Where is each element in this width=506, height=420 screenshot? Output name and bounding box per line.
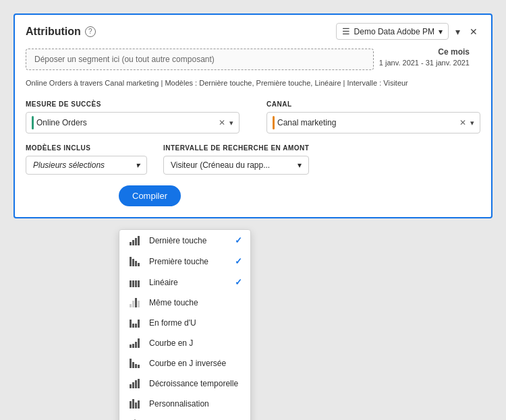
- success-clear-icon[interactable]: ✕: [217, 118, 227, 127]
- svg-rect-6: [135, 261, 137, 266]
- derniere-icon: [128, 236, 142, 245]
- dropdown-item-jinv[interactable]: Courbe en J inversée: [119, 353, 250, 373]
- description-bar: Online Orders à travers Canal marketing …: [15, 75, 491, 94]
- dropdown-item-algo[interactable]: Algorithmique: [119, 414, 250, 420]
- canal-chevron-icon[interactable]: ▾: [470, 119, 474, 127]
- canal-group: CANAL Canal marketing ✕ ▾: [266, 100, 480, 133]
- svg-rect-4: [130, 257, 132, 266]
- custom-label: Personnalisation: [149, 399, 242, 409]
- title-group: Attribution ?: [26, 26, 96, 38]
- form-section-1: MESURE DE SUCCÈS Online Orders ✕ ▾ CANAL…: [15, 94, 491, 133]
- dropdown-item-j[interactable]: Courbe en J: [119, 333, 250, 353]
- svg-rect-34: [135, 402, 137, 409]
- date-range: 1 janv. 2021 - 31 janv. 2021: [379, 58, 470, 68]
- segment-placeholder: Déposer un segment ici (ou tout autre co…: [34, 55, 215, 64]
- models-group: MODÈLES INCLUS Plusieurs sélections ▾: [26, 144, 147, 175]
- jinv-icon: [128, 359, 142, 368]
- svg-rect-25: [132, 362, 134, 368]
- models-dropdown[interactable]: Plusieurs sélections ▾: [26, 156, 147, 175]
- compile-button[interactable]: Compiler: [119, 185, 181, 206]
- svg-rect-5: [132, 259, 134, 266]
- models-dropdown-menu: Dernière touche ✓ Première touche ✓: [119, 229, 251, 420]
- svg-rect-24: [130, 359, 132, 368]
- svg-rect-3: [138, 236, 140, 245]
- panel-title: Attribution: [26, 26, 81, 38]
- svg-rect-1: [132, 240, 134, 245]
- svg-rect-26: [135, 364, 137, 368]
- svg-rect-17: [132, 324, 134, 328]
- svg-rect-18: [135, 324, 137, 328]
- segment-drop-area[interactable]: Déposer un segment ici (ou tout autre co…: [26, 49, 374, 70]
- dropdown-item-u[interactable]: En forme d'U: [119, 313, 250, 333]
- svg-rect-2: [135, 238, 137, 245]
- attribution-panel: Attribution ? ☰ Demo Data Adobe PM ▾ ▾ ✕…: [13, 13, 493, 218]
- interval-dropdown[interactable]: Visiteur (Créneau du rapp... ▾: [163, 156, 309, 175]
- svg-rect-12: [130, 304, 132, 307]
- svg-rect-16: [130, 320, 132, 328]
- svg-rect-30: [135, 380, 137, 388]
- svg-rect-22: [135, 342, 137, 348]
- j-label: Courbe en J: [149, 338, 242, 348]
- j-icon: [128, 338, 142, 348]
- segment-date-row: Déposer un segment ici (ou tout autre co…: [15, 47, 491, 75]
- chevron-down-icon: ▾: [439, 27, 443, 36]
- svg-rect-32: [130, 401, 132, 409]
- svg-rect-11: [138, 280, 140, 287]
- date-label: Ce mois: [379, 47, 470, 58]
- premiere-icon: [128, 257, 142, 266]
- svg-rect-23: [138, 338, 140, 348]
- svg-rect-33: [132, 399, 134, 409]
- dropdown-item-lineaire[interactable]: Linéaire ✓: [119, 272, 250, 293]
- canal-label: CANAL: [266, 100, 480, 108]
- interval-group: INTERVALLE DE RECHERCHE EN AMONT Visiteu…: [163, 144, 309, 175]
- interval-chevron-icon: ▾: [298, 160, 302, 170]
- premiere-check: ✓: [235, 256, 242, 266]
- panel-controls: ☰ Demo Data Adobe PM ▾ ▾ ✕: [336, 23, 480, 40]
- interval-value: Visiteur (Créneau du rapp...: [171, 160, 270, 170]
- svg-rect-35: [138, 400, 140, 409]
- dropdown-item-decay[interactable]: Décroissance temporelle: [119, 373, 250, 394]
- help-icon[interactable]: ?: [85, 26, 96, 37]
- dropdown-item-premiere[interactable]: Première touche ✓: [119, 251, 250, 272]
- data-source-label: Demo Data Adobe PM: [354, 27, 434, 36]
- database-icon: ☰: [342, 26, 350, 36]
- canal-select[interactable]: Canal marketing ✕ ▾: [266, 112, 480, 133]
- close-button[interactable]: ✕: [467, 25, 480, 38]
- u-label: En forme d'U: [149, 318, 242, 328]
- interval-label: INTERVALLE DE RECHERCHE EN AMONT: [163, 144, 309, 152]
- canal-clear-icon[interactable]: ✕: [458, 118, 468, 127]
- u-icon: [128, 318, 142, 328]
- derniere-check: ✓: [235, 235, 242, 245]
- dropdown-item-derniere[interactable]: Dernière touche ✓: [119, 230, 250, 251]
- chevron-down-button[interactable]: ▾: [453, 25, 463, 38]
- description-text: Online Orders à travers Canal marketing …: [26, 79, 408, 87]
- data-source-selector[interactable]: ☰ Demo Data Adobe PM ▾: [336, 23, 449, 40]
- svg-rect-14: [135, 298, 137, 307]
- date-info: Ce mois 1 janv. 2021 - 31 janv. 2021: [379, 47, 480, 72]
- svg-rect-8: [130, 280, 132, 287]
- svg-rect-9: [132, 280, 134, 287]
- success-value: Online Orders: [36, 118, 215, 127]
- svg-rect-27: [138, 365, 140, 368]
- svg-rect-31: [138, 379, 140, 388]
- success-group: MESURE DE SUCCÈS Online Orders ✕ ▾: [26, 100, 240, 133]
- svg-rect-13: [132, 301, 134, 307]
- meme-label: Même touche: [149, 298, 242, 307]
- models-label: MODÈLES INCLUS: [26, 144, 147, 152]
- lineaire-icon: [128, 278, 142, 287]
- success-chevron-icon[interactable]: ▾: [229, 119, 233, 127]
- dropdown-item-custom[interactable]: Personnalisation: [119, 394, 250, 414]
- derniere-label: Dernière touche: [149, 236, 228, 245]
- green-accent: [32, 116, 34, 129]
- lineaire-label: Linéaire: [149, 278, 228, 287]
- models-value: Plusieurs sélections: [33, 160, 105, 170]
- svg-rect-15: [138, 301, 140, 307]
- jinv-label: Courbe en J inversée: [149, 359, 242, 368]
- dropdown-item-meme[interactable]: Même touche: [119, 293, 250, 313]
- meme-icon: [128, 298, 142, 307]
- svg-rect-21: [132, 344, 134, 348]
- svg-rect-28: [130, 384, 132, 388]
- lineaire-check: ✓: [235, 277, 242, 287]
- svg-rect-7: [138, 263, 140, 266]
- success-select[interactable]: Online Orders ✕ ▾: [26, 112, 240, 133]
